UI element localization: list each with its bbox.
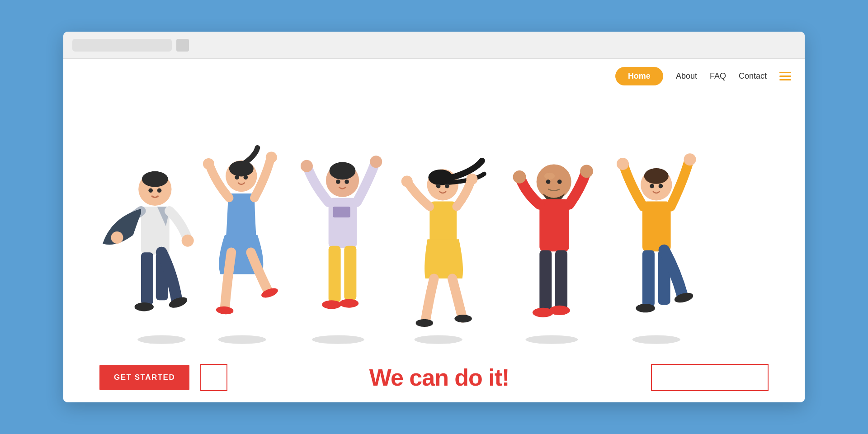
- svg-point-43: [454, 315, 472, 322]
- svg-point-13: [135, 302, 154, 311]
- svg-point-15: [148, 188, 153, 193]
- svg-point-46: [537, 164, 571, 199]
- svg-point-38: [428, 170, 453, 185]
- nav-faq-link[interactable]: FAQ: [710, 71, 726, 81]
- svg-point-67: [659, 184, 663, 189]
- svg-point-26: [330, 162, 356, 180]
- svg-point-34: [340, 299, 359, 307]
- svg-point-53: [549, 306, 570, 315]
- svg-rect-27: [329, 198, 357, 248]
- svg-point-49: [580, 165, 593, 178]
- svg-point-45: [445, 184, 449, 189]
- svg-point-24: [244, 175, 248, 180]
- webpage: Home About FAQ Contact: [63, 59, 805, 402]
- get-started-button[interactable]: GET STARTED: [99, 365, 189, 390]
- people-illustration: [63, 108, 805, 353]
- browser-address-bar[interactable]: [72, 39, 172, 52]
- hamburger-menu-icon[interactable]: [779, 72, 791, 80]
- svg-point-20: [266, 151, 277, 163]
- svg-point-64: [636, 304, 655, 312]
- navigation: Home About FAQ Contact: [602, 59, 805, 94]
- svg-rect-32: [344, 246, 356, 301]
- svg-point-48: [513, 170, 526, 184]
- svg-point-21: [216, 306, 234, 315]
- svg-point-4: [526, 335, 578, 344]
- svg-point-7: [142, 171, 168, 187]
- svg-rect-28: [333, 207, 350, 217]
- svg-point-18: [229, 161, 254, 177]
- small-placeholder-box: [200, 364, 227, 391]
- svg-point-40: [401, 176, 413, 187]
- browser-control-square: [176, 39, 189, 52]
- bottom-bar: GET STARTED We can do it!: [63, 353, 805, 402]
- svg-point-35: [336, 179, 340, 184]
- nav-contact-link[interactable]: Contact: [739, 71, 767, 81]
- browser-chrome: [63, 32, 805, 59]
- svg-point-2: [312, 335, 364, 344]
- svg-point-10: [111, 231, 123, 244]
- nav-about-link[interactable]: About: [676, 71, 697, 81]
- svg-point-58: [644, 168, 669, 184]
- wide-placeholder-box: [651, 364, 769, 391]
- svg-point-19: [203, 158, 214, 170]
- svg-point-41: [466, 174, 477, 185]
- svg-point-61: [684, 153, 696, 165]
- svg-point-16: [157, 188, 162, 193]
- svg-rect-62: [642, 250, 655, 307]
- svg-point-30: [370, 156, 382, 168]
- svg-point-36: [344, 179, 349, 184]
- svg-point-54: [544, 173, 555, 179]
- svg-point-66: [650, 184, 654, 189]
- svg-point-9: [182, 235, 194, 247]
- svg-point-29: [301, 160, 313, 172]
- svg-point-1: [218, 335, 266, 344]
- svg-rect-50: [539, 250, 552, 311]
- svg-point-42: [416, 319, 434, 327]
- svg-point-56: [557, 179, 562, 184]
- svg-point-5: [632, 335, 680, 344]
- browser-window: Home About FAQ Contact: [63, 32, 805, 402]
- svg-point-0: [137, 335, 185, 344]
- svg-rect-31: [329, 246, 341, 302]
- svg-point-3: [415, 335, 462, 344]
- svg-point-23: [235, 175, 239, 180]
- svg-point-33: [322, 300, 341, 309]
- svg-rect-11: [141, 252, 153, 305]
- svg-rect-51: [555, 250, 567, 309]
- svg-point-60: [617, 158, 629, 170]
- hero-slogan: We can do it!: [238, 364, 640, 391]
- hero-illustration: [63, 59, 805, 353]
- svg-point-55: [546, 179, 551, 184]
- nav-home-link[interactable]: Home: [615, 67, 663, 85]
- svg-point-44: [436, 184, 441, 189]
